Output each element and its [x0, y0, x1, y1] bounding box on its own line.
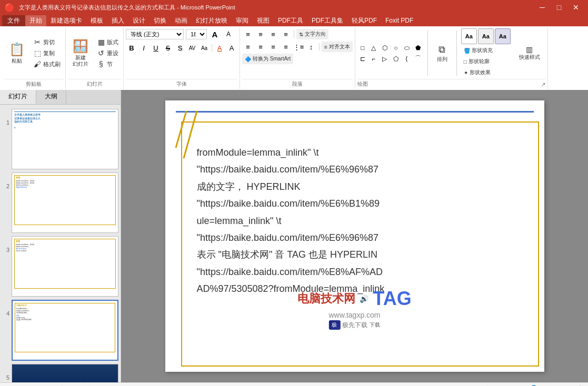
convert-smartart-button[interactable]: 🔷 转换为 SmartArt — [242, 54, 293, 64]
maximize-button[interactable]: □ — [551, 2, 567, 13]
strikethrough-button[interactable]: S̶ — [162, 42, 174, 54]
shape-corner[interactable]: ⌐ — [368, 54, 379, 64]
shape-rect[interactable]: □ — [357, 43, 368, 53]
shape-fill-button[interactable]: 🪣 形状填充 — [461, 45, 511, 56]
outline-tab[interactable]: 大纲 — [36, 90, 66, 104]
slides-tab[interactable]: 幻灯片 — [0, 90, 36, 104]
drawing-expand-icon[interactable]: ↗ — [541, 82, 545, 87]
menu-design[interactable]: 设计 — [128, 15, 150, 26]
quick-styles-button[interactable]: ▥ 快速样式 — [514, 38, 545, 68]
reset-icon: ↺ — [97, 49, 105, 57]
reset-button[interactable]: ↺ 重设 — [94, 48, 121, 58]
align-left-button[interactable]: ≡ — [242, 41, 254, 53]
shape-arc[interactable]: ⌒ — [413, 54, 423, 64]
shape-effects-button[interactable]: ✦ 形状效果 — [461, 67, 511, 78]
menu-review[interactable]: 审阅 — [232, 15, 253, 26]
menu-animation[interactable]: 动画 — [171, 15, 192, 26]
font-size-select[interactable]: 18 — [186, 29, 207, 39]
shape-oval[interactable]: ⬭ — [402, 43, 412, 53]
menu-new-tab[interactable]: 新建选项卡 — [46, 15, 86, 26]
shape-bracket[interactable]: ⊏ — [357, 54, 368, 64]
cut-button[interactable]: ✂ 剪切 — [31, 37, 63, 47]
menu-file[interactable]: 文件 — [2, 15, 25, 26]
slide-canvas[interactable]: fromModule=lemma_inlink" \t "https://bai… — [165, 100, 544, 372]
format-painter-button[interactable]: 🖌 格式刷 — [31, 59, 63, 69]
increase-font-button[interactable]: A — [209, 28, 221, 40]
columns-button[interactable]: ⋮≡ — [293, 41, 304, 53]
quick-style-1[interactable]: Aa — [461, 28, 477, 44]
font-name-select[interactable]: 等线 (正文) — [126, 29, 184, 39]
arrange-container: ⧉ 排列 — [432, 38, 452, 68]
menu-view[interactable]: 视图 — [253, 15, 274, 26]
shape-hex[interactable]: ⬡ — [380, 43, 390, 53]
justify-button[interactable]: ≡ — [280, 41, 292, 53]
center-button[interactable]: ≡ — [255, 41, 266, 53]
increase-indent-button[interactable]: ≡ — [280, 28, 292, 40]
close-button[interactable]: ✕ — [568, 2, 584, 13]
menu-template[interactable]: 模板 — [86, 15, 107, 26]
smartart-label: 转换为 SmartArt — [253, 55, 291, 63]
slide-thumbnail-5[interactable]: slide image content — [12, 364, 118, 382]
slide-thumbnail-3[interactable]: 标题 baidu.com/item... [link]baidu.com/ite… — [12, 236, 118, 297]
shape-arrow[interactable]: ▷ — [380, 54, 390, 64]
decrease-indent-button[interactable]: ≡ — [267, 28, 279, 40]
menu-slideshow[interactable]: 幻灯片放映 — [192, 15, 232, 26]
text-dir-icon: ⇅ — [299, 32, 303, 37]
minimize-button[interactable]: ─ — [534, 2, 550, 13]
quick-style-3[interactable]: Aa — [495, 28, 511, 44]
paragraph-row2: ≡ ≡ ≡ ≡ ⋮≡ ↕ ≡ 对齐文本 — [242, 41, 353, 53]
paste-button[interactable]: 📋 粘贴 — [4, 36, 29, 70]
decrease-font-button[interactable]: A — [223, 28, 234, 40]
char-spacing-button[interactable]: AV — [186, 42, 198, 54]
main-area: fromModule=lemma_inlink" \t "https://bai… — [121, 90, 588, 382]
shadow-button[interactable]: S — [174, 42, 186, 54]
align-text-label: 对齐文本 — [329, 43, 350, 50]
quick-styles-btn-container: ▥ 快速样式 — [514, 38, 545, 68]
slide-thumbnail-4[interactable]: 内容幻灯片 fromModule=...baidu.com/item...HYP… — [12, 300, 118, 361]
scissors-icon: ✂ — [33, 38, 42, 46]
paragraph-body: ≡ ≡ ≡ ≡ ⇅ 文字方向 ≡ ≡ ≡ ≡ ⋮≡ ↕ — [242, 28, 353, 78]
menu-pdf-tools-set[interactable]: PDF工具集 — [307, 15, 347, 26]
new-slide-label: 新建幻灯片 — [73, 55, 88, 67]
menu-lightpdf[interactable]: 轻风PDF — [347, 15, 381, 26]
align-text-button[interactable]: ≡ 对齐文本 — [322, 42, 353, 52]
change-case-button[interactable]: Aa — [198, 42, 210, 54]
layout-button[interactable]: ▦ 版式 — [94, 37, 121, 47]
menu-home[interactable]: 开始 — [25, 15, 46, 26]
clear-format-button[interactable]: A — [226, 42, 237, 54]
ribbon-slides-section: 🪟 新建幻灯片 ▦ 版式 ↺ 重设 § 节 — [66, 27, 124, 89]
drawing-label: 绘图 ↗ — [357, 79, 545, 89]
arrange-button[interactable]: ⧉ 排列 — [432, 38, 452, 68]
menu-pdf-tools[interactable]: PDF工具 — [274, 15, 307, 26]
menu-insert[interactable]: 插入 — [107, 15, 128, 26]
shape-tri[interactable]: △ — [368, 43, 379, 53]
numbered-list-button[interactable]: ≡ — [255, 28, 266, 40]
italic-button[interactable]: I — [138, 42, 150, 54]
shape-diamond[interactable]: ⬟ — [413, 43, 423, 53]
font-color-button[interactable]: A — [214, 42, 225, 54]
slide-small-btns: ▦ 版式 ↺ 重设 § 节 — [94, 37, 121, 69]
new-slide-icon: 🪟 — [73, 39, 88, 54]
bullet-list-button[interactable]: ≡ — [242, 28, 254, 40]
shape-outline-button[interactable]: □ 形状轮廓 — [461, 56, 511, 67]
shape-pentagon[interactable]: ⬠ — [391, 54, 401, 64]
section-button[interactable]: § 节 — [94, 59, 121, 69]
line-spacing-button[interactable]: ↕ — [305, 41, 317, 53]
slide-thumbnail-2[interactable]: 标题 baidu.com/item... [link]baidu.com/ite… — [12, 172, 118, 233]
clipboard-label: 剪贴板 — [4, 79, 63, 89]
shape-circle[interactable]: ○ — [391, 43, 401, 53]
align-right-button[interactable]: ≡ — [267, 41, 279, 53]
slide-thumbnail-1[interactable]: 文字是人类用表义符号记录表达信息以传之久远的方式和工具 Ai — [12, 109, 118, 169]
new-slide-button[interactable]: 🪟 新建幻灯片 — [68, 36, 93, 70]
ribbon-clipboard-section: 📋 粘贴 ✂ 剪切 ⬚ 复制 🖌 格式刷 — [2, 27, 66, 89]
text-direction-button[interactable]: ⇅ 文字方向 — [296, 29, 328, 39]
menu-foxit[interactable]: Foxit PDF — [381, 16, 417, 25]
quick-style-2[interactable]: Aa — [478, 28, 494, 44]
menu-bar: 文件 开始 新建选项卡 模板 插入 设计 切换 动画 幻灯片放映 审阅 视图 P… — [0, 15, 588, 26]
cut-label: 剪切 — [43, 38, 55, 46]
bold-button[interactable]: B — [126, 42, 137, 54]
underline-button[interactable]: U — [150, 42, 162, 54]
shape-chevron[interactable]: ⟨ — [402, 54, 412, 64]
menu-transition[interactable]: 切换 — [150, 15, 171, 26]
copy-button[interactable]: ⬚ 复制 — [31, 48, 63, 58]
